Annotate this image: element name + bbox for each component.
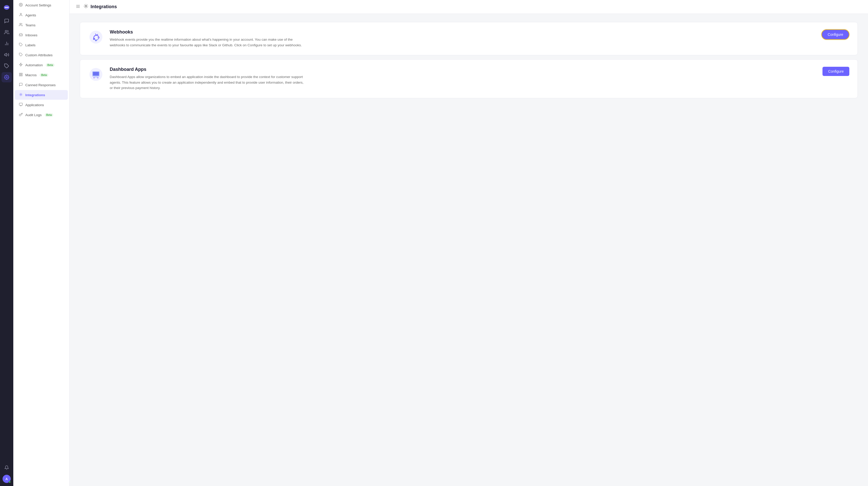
svg-point-5	[5, 30, 7, 32]
sidebar-label-agents: Agents	[25, 13, 36, 17]
svg-point-12	[21, 4, 22, 5]
webhooks-configure-button[interactable]: Configure	[822, 29, 849, 40]
teams-icon	[19, 23, 23, 27]
dashboard-apps-description: Dashboard Apps allow organizations to em…	[110, 74, 304, 91]
account-settings-icon	[19, 3, 23, 7]
svg-rect-19	[21, 73, 22, 74]
sidebar-label-macros: Macros	[25, 73, 37, 77]
svg-rect-37	[93, 72, 99, 75]
svg-rect-40	[94, 77, 98, 78]
svg-point-11	[6, 77, 7, 78]
sidebar-item-teams[interactable]: Teams	[15, 20, 68, 30]
sidebar-item-macros[interactable]: MacrosBeta	[15, 70, 68, 80]
audit-logs-badge: Beta	[45, 113, 54, 117]
sidebar-item-automation[interactable]: AutomationBeta	[15, 60, 68, 70]
dashboard-apps-title: Dashboard Apps	[110, 67, 816, 72]
svg-point-4	[7, 7, 8, 8]
canned-responses-icon	[19, 83, 23, 87]
dashboard-apps-icon	[88, 67, 103, 82]
reports-icon[interactable]	[2, 38, 12, 49]
integration-card-dashboard-apps: Dashboard Apps Dashboard Apps allow orga…	[80, 59, 858, 98]
sidebar-label-automation: Automation	[25, 63, 43, 67]
sidebar-label-custom-attributes: Custom Attributes	[25, 53, 53, 57]
app-logo	[2, 3, 11, 12]
icon-rail: A	[0, 0, 13, 486]
integration-card-webhooks: Webhooks Webhook events provide you the …	[80, 22, 858, 55]
audit-logs-icon	[19, 113, 23, 117]
sidebar-label-audit-logs: Audit Logs	[25, 113, 42, 117]
top-bar: Integrations	[69, 0, 868, 14]
sidebar-label-integrations: Integrations	[25, 93, 45, 97]
sidebar-label-labels: Labels	[25, 43, 35, 47]
webhooks-icon	[88, 29, 103, 45]
integrations-icon	[19, 93, 23, 97]
sidebar-item-canned-responses[interactable]: Canned Responses	[15, 80, 68, 90]
webhooks-description: Webhook events provide you the realtime …	[110, 37, 304, 48]
webhooks-action: Configure	[822, 29, 849, 40]
sidebar-item-integrations[interactable]: Integrations	[15, 90, 68, 100]
page-title: Integrations	[83, 4, 117, 10]
sidebar-item-labels[interactable]: Labels	[15, 40, 68, 50]
svg-rect-18	[20, 73, 21, 74]
avatar[interactable]: A	[3, 475, 11, 483]
campaigns-icon[interactable]	[2, 50, 12, 60]
dashboard-apps-action: Configure	[823, 67, 849, 76]
svg-rect-21	[20, 75, 21, 76]
page-title-icon	[83, 4, 89, 10]
agents-icon	[19, 13, 23, 18]
automation-icon	[19, 63, 23, 67]
sidebar-item-applications[interactable]: Applications	[15, 100, 68, 110]
automation-badge: Beta	[46, 63, 55, 67]
dashboard-apps-body: Dashboard Apps Dashboard Apps allow orga…	[110, 67, 816, 91]
conversations-icon[interactable]	[2, 16, 12, 26]
svg-marker-17	[20, 63, 22, 66]
contacts-icon[interactable]	[2, 27, 12, 37]
svg-point-31	[93, 38, 95, 40]
notifications-bell-icon[interactable]	[2, 462, 12, 473]
sidebar-item-custom-attributes[interactable]: Custom Attributes	[15, 50, 68, 60]
menu-toggle-icon[interactable]	[76, 4, 80, 10]
sidebar-label-canned-responses: Canned Responses	[25, 83, 56, 87]
sidebar-label-teams: Teams	[25, 23, 35, 27]
svg-point-2	[5, 7, 6, 8]
online-status-dot	[9, 481, 11, 483]
settings-icon[interactable]	[2, 72, 12, 82]
dashboard-apps-configure-button[interactable]: Configure	[823, 67, 849, 76]
content-area: Webhooks Webhook events provide you the …	[69, 14, 868, 486]
webhooks-body: Webhooks Webhook events provide you the …	[110, 29, 815, 48]
svg-point-29	[85, 5, 87, 7]
webhooks-title: Webhooks	[110, 29, 815, 35]
svg-point-3	[6, 7, 7, 8]
labels-icon	[19, 43, 23, 47]
labels-icon[interactable]	[2, 61, 12, 71]
svg-rect-23	[19, 103, 23, 105]
sidebar: Account Settings Agents Teams Inboxes La…	[13, 0, 69, 486]
svg-point-13	[20, 13, 22, 14]
svg-marker-9	[5, 53, 7, 56]
sidebar-label-account-settings: Account Settings	[25, 3, 51, 7]
applications-icon	[19, 102, 23, 107]
sidebar-label-applications: Applications	[25, 103, 44, 107]
svg-point-14	[20, 23, 21, 25]
macros-badge: Beta	[40, 73, 48, 77]
sidebar-label-inboxes: Inboxes	[25, 33, 37, 37]
inboxes-icon	[19, 33, 23, 37]
sidebar-item-inboxes[interactable]: Inboxes	[15, 30, 68, 40]
main-content: Integrations Webhooks Webhook events pro…	[69, 0, 868, 486]
macros-icon	[19, 73, 23, 77]
sidebar-item-account-settings[interactable]: Account Settings	[15, 0, 68, 10]
svg-point-30	[90, 31, 102, 43]
custom-attributes-icon	[19, 53, 23, 57]
sidebar-item-agents[interactable]: Agents	[15, 10, 68, 20]
sidebar-item-audit-logs[interactable]: Audit LogsBeta	[15, 110, 68, 120]
svg-point-22	[20, 94, 22, 95]
svg-rect-20	[21, 75, 22, 76]
